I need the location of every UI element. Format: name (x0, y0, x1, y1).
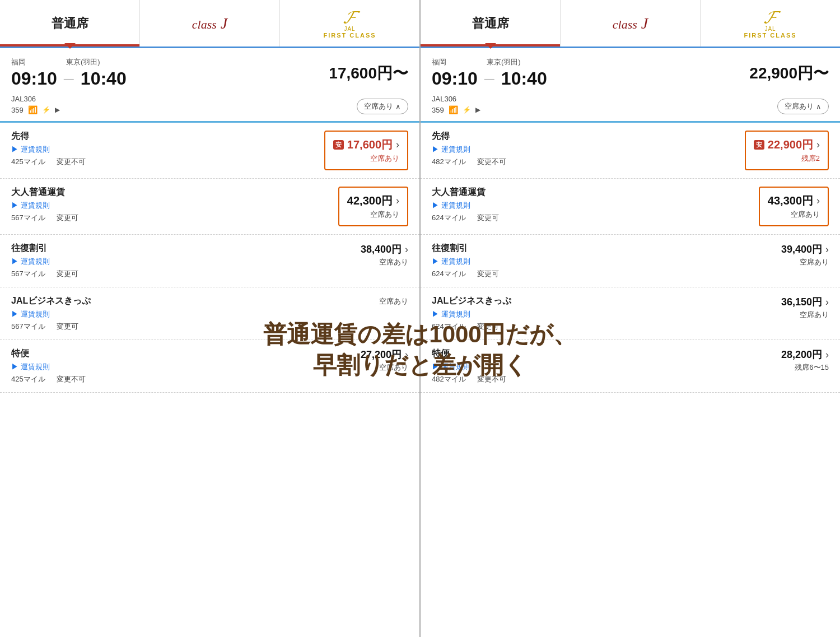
left-highlight-box-2[interactable]: 42,300円 › 空席あり (338, 187, 408, 226)
right-highlight-box-1[interactable]: 安 22,900円 › 残席2 (745, 131, 829, 170)
right-bottom-row: JAL306 359 📶 ⚡ ▶ 空席あり ∧ (432, 92, 829, 114)
left-price-row-5: 27,200円 › (361, 348, 408, 361)
left-tab-futsuu[interactable]: 普通席 (0, 0, 140, 47)
right-fare-rule-1[interactable]: ▶ 運賃規則 (432, 145, 739, 155)
left-flight-details: JAL306 359 📶 ⚡ ▶ (11, 92, 60, 114)
right-fare-rule-4[interactable]: ▶ 運賃規則 (432, 309, 739, 319)
right-classj-text: class J (613, 15, 648, 32)
left-fare-status-1: 空席あり (370, 154, 399, 164)
left-tab-first[interactable]: 𝓕 JAL FIRST CLASS (280, 0, 419, 47)
right-arrow-line: 09:10 — 10:40 (432, 68, 547, 89)
left-fare-arrow-2: › (396, 195, 399, 207)
right-price-box-4[interactable]: 36,150円 › 空席あり (781, 295, 829, 320)
left-city-names: 福岡 東京(羽田) (11, 57, 127, 67)
right-price-row-3: 39,400円 › (781, 243, 829, 256)
left-fare-row-adult: 大人普通運賃 ▶ 運賃規則 567マイル 変更可 42,300円 › (0, 179, 419, 235)
left-fare-details-1: 425マイル 変更不可 (11, 157, 319, 167)
right-fare-left-3: 往復割引 ▶ 運賃規則 624マイル 変更可 (432, 243, 739, 279)
right-fare-details-5: 482マイル 変更不可 (432, 374, 739, 384)
right-fare-row-tokubin: 特便 ▶ 運賃規則 482マイル 変更不可 28,200円 › (421, 340, 840, 393)
left-fare-right-5: 27,200円 › 空席あり (319, 348, 408, 373)
left-first-class-tab: 𝓕 JAL FIRST CLASS (323, 8, 376, 39)
left-avail-badge[interactable]: 空席あり ∧ (357, 99, 408, 114)
right-tab-header: 普通席 class J 𝓕 JAL FIRST CLASS (421, 0, 840, 48)
right-fare-details-4: 624マイル 変更可 (432, 322, 739, 332)
right-route-left: 福岡 東京(羽田) 09:10 — 10:40 (432, 57, 547, 89)
left-fare-rule-1[interactable]: ▶ 運賃規則 (11, 145, 319, 155)
right-flight-no: JAL306 (432, 95, 456, 103)
right-price-box-3[interactable]: 39,400円 › 空席あり (781, 243, 829, 267)
right-fare-right-3: 39,400円 › 空席あり (739, 243, 829, 267)
right-route-row: 福岡 東京(羽田) 09:10 — 10:40 22,900円〜 (432, 57, 829, 89)
left-fare-status-4: 空席あり (379, 296, 408, 306)
left-fare-miles-2: 567マイル (11, 213, 45, 223)
right-fare-miles-4: 624マイル (432, 322, 466, 332)
right-seat-num: 359 (432, 106, 444, 114)
left-fare-rule-4[interactable]: ▶ 運賃規則 (11, 309, 319, 319)
left-flight-num-row: JAL306 (11, 95, 60, 103)
wifi-icon-left: 📶 (28, 105, 38, 114)
left-fare-rule-5[interactable]: ▶ 運賃規則 (11, 362, 319, 372)
right-fare-status-5: 残席6〜15 (795, 362, 829, 373)
left-fare-row-tokubin: 特便 ▶ 運賃規則 425マイル 変更不可 27,200円 › (0, 340, 419, 393)
left-route-left: 福岡 東京(羽田) 09:10 — 10:40 (11, 57, 127, 89)
left-fare-rule-3[interactable]: ▶ 運賃規則 (11, 257, 319, 267)
right-fare-details-1: 482マイル 変更不可 (432, 157, 739, 167)
left-highlight-box-1[interactable]: 安 17,600円 › 空席あり (324, 131, 408, 170)
left-fare-row-sakutoku: 先得 ▶ 運賃規則 425マイル 変更不可 安 17,600円 › (0, 123, 419, 179)
right-fare-status-3: 空席あり (800, 257, 829, 267)
right-fare-arrow-3: › (825, 244, 829, 255)
left-fare-price-1: 17,600円 (347, 137, 393, 152)
left-tab-classj[interactable]: class J (140, 0, 280, 47)
left-fare-arrow-3: › (405, 244, 408, 255)
left-fare-right-1: 安 17,600円 › 空席あり (319, 131, 408, 170)
power-icon-right: ⚡ (463, 106, 471, 114)
right-highlight-box-2[interactable]: 43,300円 › 空席あり (759, 187, 829, 226)
left-fare-miles-4: 567マイル (11, 322, 45, 332)
right-fare-arrow-1: › (816, 139, 820, 151)
left-tab-header: 普通席 class J 𝓕 JAL FIRST CLASS (0, 0, 419, 48)
right-first-class-jal: JAL (764, 26, 776, 32)
left-price-box-5[interactable]: 27,200円 › 空席あり (361, 348, 408, 373)
left-flight-no: JAL306 (11, 95, 36, 103)
left-price-box-4[interactable]: 空席あり (379, 295, 408, 306)
right-fare-details-3: 624マイル 変更可 (432, 269, 739, 279)
left-avail-text: 空席あり (364, 101, 393, 111)
screen-icon-right: ▶ (475, 106, 480, 114)
right-arr-time: 10:40 (501, 68, 547, 89)
right-tab-first[interactable]: 𝓕 JAL FIRST CLASS (701, 0, 840, 47)
right-city-to: 東京(羽田) (487, 57, 521, 67)
left-fare-details-3: 567マイル 変更可 (11, 269, 319, 279)
left-dep-time: 09:10 (11, 68, 57, 89)
right-avail-text: 空席あり (785, 101, 814, 111)
right-fare-right-4: 36,150円 › 空席あり (739, 295, 829, 320)
right-tab-classj[interactable]: class J (561, 0, 701, 47)
right-price-row-5: 28,200円 › (781, 348, 829, 361)
right-avail-badge[interactable]: 空席あり ∧ (777, 99, 829, 114)
left-fare-rule-2[interactable]: ▶ 運賃規則 (11, 201, 319, 211)
right-fare-change-3: 変更可 (477, 269, 499, 279)
right-price-box-5[interactable]: 28,200円 › 残席6〜15 (781, 348, 829, 373)
left-fare-status-5: 空席あり (379, 362, 408, 373)
left-fare-left-5: 特便 ▶ 運賃規則 425マイル 変更不可 (11, 348, 319, 384)
right-fare-right-1: 安 22,900円 › 残席2 (739, 131, 829, 170)
left-fare-change-3: 変更可 (57, 269, 78, 279)
right-fare-rule-3[interactable]: ▶ 運賃規則 (432, 257, 739, 267)
left-price-box-3[interactable]: 38,400円 › 空席あり (361, 243, 408, 267)
left-classj-text: class J (192, 15, 227, 32)
right-fare-status-4: 空席あり (800, 310, 829, 320)
right-first-class-tab: 𝓕 JAL FIRST CLASS (744, 8, 796, 39)
left-fare-price-5: 27,200円 (361, 348, 402, 361)
right-fare-rule-2[interactable]: ▶ 運賃規則 (432, 201, 739, 211)
right-fare-status-2: 空席あり (791, 210, 820, 220)
left-fare-name-5: 特便 (11, 348, 319, 360)
left-classj-logo: class J (192, 15, 227, 32)
left-fare-details-4: 567マイル 変更可 (11, 322, 319, 332)
right-fare-rule-5[interactable]: ▶ 運賃規則 (432, 362, 739, 372)
left-fare-list: 先得 ▶ 運賃規則 425マイル 変更不可 安 17,600円 › (0, 123, 419, 637)
right-tab-futsuu[interactable]: 普通席 (421, 0, 561, 47)
right-city-from: 福岡 (432, 57, 446, 67)
right-fare-right-5: 28,200円 › 残席6〜15 (739, 348, 829, 373)
right-dash: — (484, 73, 494, 85)
left-fare-status-2: 空席あり (370, 210, 399, 220)
